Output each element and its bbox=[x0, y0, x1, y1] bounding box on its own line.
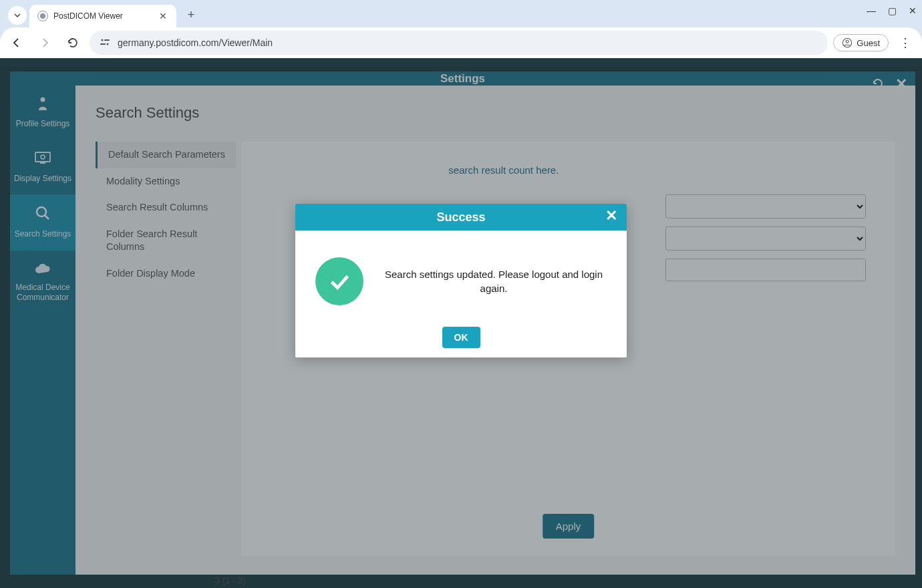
svg-point-6 bbox=[41, 98, 45, 102]
sidenav-label: Medical Device Communicator bbox=[13, 283, 73, 303]
guest-profile-button[interactable]: Guest bbox=[833, 34, 889, 51]
person-circle-icon bbox=[842, 37, 853, 48]
dialog-title: Success bbox=[436, 210, 485, 225]
person-icon bbox=[13, 96, 73, 115]
subnav-item-result-cols[interactable]: Search Result Columns bbox=[96, 194, 236, 221]
tab-title: PostDICOM Viewer bbox=[53, 11, 152, 21]
svg-rect-1 bbox=[104, 39, 110, 41]
url-text: germany.postdicom.com/Viewer/Main bbox=[118, 37, 818, 48]
dialog-header: Success ✕ bbox=[295, 204, 627, 231]
cloud-icon bbox=[13, 261, 73, 279]
settings-subnav: Default Search Parameters Modality Setti… bbox=[96, 142, 236, 556]
maximize-icon[interactable]: ▢ bbox=[888, 5, 897, 16]
site-settings-icon[interactable] bbox=[99, 37, 111, 49]
settings-sidenav: Profile Settings Display Settings Search… bbox=[10, 86, 75, 575]
guest-label: Guest bbox=[857, 38, 880, 48]
chevron-down-icon bbox=[13, 11, 21, 19]
browser-tab[interactable]: PostDICOM Viewer ✕ bbox=[29, 5, 176, 27]
svg-rect-3 bbox=[100, 43, 106, 45]
monitor-icon bbox=[13, 151, 73, 170]
app-topbar bbox=[0, 58, 922, 71]
subnav-item-folder-display[interactable]: Folder Display Mode bbox=[96, 261, 236, 287]
settings-header: Settings ✕ bbox=[10, 71, 915, 86]
forward-button[interactable] bbox=[33, 31, 56, 54]
dialog-message: Search settings updated. Please logout a… bbox=[381, 267, 607, 295]
window-controls: — ▢ ✕ bbox=[867, 5, 917, 16]
sidenav-item-profile[interactable]: Profile Settings bbox=[10, 86, 75, 140]
svg-point-5 bbox=[846, 40, 849, 43]
tab-strip: PostDICOM Viewer ✕ + bbox=[0, 0, 922, 27]
url-bar[interactable]: germany.postdicom.com/Viewer/Main bbox=[90, 31, 828, 55]
subnav-item-modality[interactable]: Modality Settings bbox=[96, 168, 236, 195]
svg-point-2 bbox=[107, 43, 109, 45]
reload-button[interactable] bbox=[61, 31, 84, 54]
reload-icon bbox=[67, 37, 79, 49]
arrow-left-icon bbox=[11, 37, 23, 49]
browser-menu-button[interactable]: ⋮ bbox=[894, 35, 917, 50]
browser-chrome: — ▢ ✕ PostDICOM Viewer ✕ + germany.postd… bbox=[0, 0, 922, 58]
sidenav-label: Search Settings bbox=[13, 229, 73, 240]
content-title: Search Settings bbox=[96, 104, 895, 122]
svg-point-0 bbox=[102, 39, 104, 41]
select-2[interactable] bbox=[665, 227, 866, 251]
svg-point-9 bbox=[41, 155, 45, 159]
settings-title: Settings bbox=[440, 72, 485, 86]
close-window-icon[interactable]: ✕ bbox=[909, 5, 917, 16]
subnav-item-default-params[interactable]: Default Search Parameters bbox=[96, 142, 236, 168]
sidenav-item-search[interactable]: Search Settings bbox=[10, 194, 75, 251]
dialog-footer: OK bbox=[295, 317, 627, 357]
new-tab-button[interactable]: + bbox=[182, 8, 200, 22]
browser-toolbar: germany.postdicom.com/Viewer/Main Guest … bbox=[0, 27, 922, 58]
sidenav-item-mdc[interactable]: Medical Device Communicator bbox=[10, 251, 75, 314]
sidenav-label: Profile Settings bbox=[13, 119, 73, 130]
svg-rect-7 bbox=[35, 152, 50, 162]
apply-button[interactable]: Apply bbox=[543, 514, 595, 539]
sidenav-item-display[interactable]: Display Settings bbox=[10, 140, 75, 195]
dialog-body: Search settings updated. Please logout a… bbox=[295, 231, 627, 317]
subnav-item-folder-cols[interactable]: Folder Search Result Columns bbox=[96, 221, 236, 261]
select-1[interactable] bbox=[665, 194, 866, 218]
close-tab-button[interactable]: ✕ bbox=[158, 11, 168, 21]
arrow-right-icon bbox=[39, 37, 51, 49]
svg-point-10 bbox=[37, 207, 46, 216]
input-1[interactable] bbox=[665, 259, 866, 281]
success-check-icon bbox=[315, 257, 363, 305]
svg-line-11 bbox=[45, 215, 49, 219]
tab-favicon-icon bbox=[37, 11, 48, 21]
magnify-icon bbox=[13, 205, 73, 225]
app-area: Settings ✕ Profile Settings Display S bbox=[0, 58, 922, 588]
dialog-close-button[interactable]: ✕ bbox=[605, 208, 617, 223]
success-dialog: Success ✕ Search settings updated. Pleas… bbox=[295, 204, 627, 357]
back-button[interactable] bbox=[5, 31, 28, 54]
minimize-icon[interactable]: — bbox=[867, 5, 876, 16]
sidenav-label: Display Settings bbox=[13, 174, 73, 184]
footer-count: 3 (1 - 3) bbox=[215, 575, 246, 585]
params-hint: You can change defaults and maximum sear… bbox=[271, 164, 866, 176]
tab-search-button[interactable] bbox=[8, 6, 27, 25]
svg-rect-8 bbox=[40, 162, 45, 164]
ok-button[interactable]: OK bbox=[442, 327, 480, 348]
